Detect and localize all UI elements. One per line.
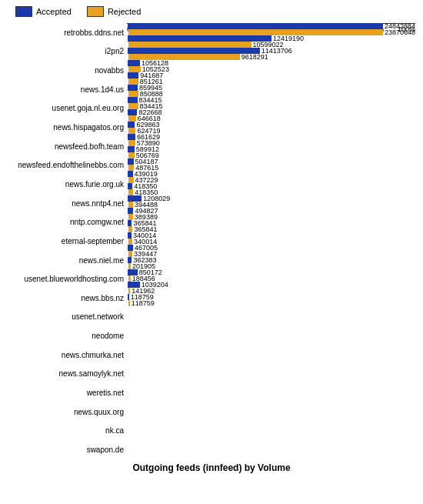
bar-pair-retrobbs.ddns.net: 2484288423870648: [128, 23, 415, 35]
bar-accepted: [128, 220, 132, 226]
bar-rejected: [128, 214, 133, 220]
bar-accepted-row: 589912: [128, 146, 415, 152]
bar-accepted-row: 11413706: [128, 48, 415, 54]
y-label-news.chmurka.net: news.chmurka.net: [8, 348, 124, 362]
bar-accepted-row: 340014: [128, 232, 415, 239]
bar-accepted: [128, 294, 129, 300]
bar-accepted-row: 418350: [128, 183, 415, 189]
bar-rejected: [128, 115, 136, 122]
legend-rejected: Rejected: [87, 6, 141, 17]
bar-pair-news.furie.org.uk: 629863624719: [128, 122, 415, 134]
legend-rejected-label: Rejected: [108, 7, 141, 16]
bar-rejected-row: 646618: [128, 115, 415, 122]
bar-rejected-row: 624719: [128, 128, 415, 134]
bar-accepted: [128, 35, 271, 42]
bar-rejected-label: 118759: [132, 299, 155, 307]
chart-area: retrobbs.ddns.neti2pn2novabbsnews.1d4.us…: [8, 23, 415, 459]
y-label-i2pn2: i2pn2: [8, 45, 124, 58]
bar-accepted: [128, 183, 132, 189]
bar-accepted: [128, 109, 137, 115]
bar-pair-news.niel.me: 439019437229: [128, 171, 415, 183]
legend: Accepted Rejected: [8, 6, 415, 17]
bar-rejected: [128, 29, 383, 35]
y-label-news.samoylyk.net: news.samoylyk.net: [8, 367, 124, 381]
legend-rejected-box: [87, 6, 104, 17]
bar-pair-news.chmurka.net: 340014340014: [128, 232, 415, 245]
y-label-news.furie.org.uk: news.furie.org.uk: [8, 177, 124, 191]
y-label-swapon.de: swapon.de: [8, 442, 124, 456]
chart-title: Outgoing feeds (innfeed) by Volume: [8, 462, 415, 473]
bar-accepted-row: 494827: [128, 208, 415, 214]
y-label-news.quux.org: news.quux.org: [8, 405, 124, 419]
y-label-retrobbs.ddns.net: retrobbs.ddns.net: [8, 25, 124, 39]
bar-accepted-row: 822668: [128, 109, 415, 115]
bar-pair-neodome: 365841365841: [128, 220, 415, 232]
y-label-news.niel.me: news.niel.me: [8, 253, 124, 267]
y-label-usenet.blueworldhosting.com: usenet.blueworldhosting.com: [8, 272, 124, 286]
bar-rejected-row: 834415: [128, 103, 415, 109]
bar-accepted: [128, 48, 260, 54]
bar-accepted-row: 661629: [128, 134, 415, 140]
bar-accepted-row: 859945: [128, 85, 415, 91]
bar-accepted-row: 362383: [128, 257, 415, 263]
bar-rejected-row: 506769: [128, 152, 415, 159]
y-label-usenet.network: usenet.network: [8, 310, 124, 324]
bar-accepted-row: 439019: [128, 171, 415, 177]
y-label-nntp.comgw.net: nntp.comgw.net: [8, 215, 124, 229]
bar-pair-newsfeed.endofthelinebbs.com: 822668646618: [128, 109, 415, 122]
bar-accepted-row: 850172: [128, 269, 415, 275]
bar-accepted-row: 118759: [128, 294, 415, 300]
bar-accepted: [128, 85, 138, 91]
bar-accepted: [128, 23, 383, 29]
bar-pair-news.1d4.us: 10561281052523: [128, 60, 415, 72]
bar-rejected-row: 487615: [128, 165, 415, 171]
bar-accepted-row: 365841: [128, 220, 415, 226]
bar-rejected-row: 188456: [128, 275, 415, 282]
y-label-nk.ca: nk.ca: [8, 424, 124, 438]
y-label-novabbs: novabbs: [8, 64, 124, 78]
bar-accepted: [128, 134, 135, 140]
y-label-usenet.goja.nl.eu.org: usenet.goja.nl.eu.org: [8, 102, 124, 115]
legend-accepted-label: Accepted: [36, 7, 72, 16]
y-label-news.1d4.us: news.1d4.us: [8, 82, 124, 96]
bar-pair-news.nntp4.net: 661629573890: [128, 134, 415, 146]
bar-rejected-row: 9618291: [128, 54, 415, 60]
bar-rejected: [128, 275, 131, 282]
bars-section: 2484288423870648124191901059902211413706…: [127, 23, 415, 459]
bar-rejected: [128, 152, 135, 159]
bar-pair-usenet.network: 494827389389: [128, 208, 415, 220]
bar-rejected: [128, 140, 135, 146]
bar-rejected: [128, 165, 134, 171]
y-label-eternal-september: eternal-september: [8, 234, 124, 248]
bar-pair-swapon.de: 118759118759: [128, 294, 415, 306]
bar-rejected: [128, 202, 133, 208]
bar-pair-nk.ca: 1039204141962: [128, 282, 415, 294]
y-label-news.bbs.nz: news.bbs.nz: [8, 291, 124, 305]
bar-accepted: [128, 97, 138, 103]
y-label-newsfeed.bofh.team: newsfeed.bofh.team: [8, 139, 124, 153]
bar-accepted-row: 467005: [128, 245, 415, 251]
bar-accepted: [128, 122, 135, 128]
bar-rejected-row: 1052523: [128, 66, 415, 72]
y-axis-labels: retrobbs.ddns.neti2pn2novabbsnews.1d4.us…: [8, 23, 127, 459]
bar-rejected: [128, 226, 132, 232]
y-label-newsfeed.endofthelinebbs.com: newsfeed.endofthelinebbs.com: [8, 159, 124, 172]
bar-rejected-row: 437229: [128, 177, 415, 183]
bar-accepted-row: 834415: [128, 97, 415, 103]
bar-rejected-row: 389389: [128, 214, 415, 220]
legend-accepted-box: [15, 6, 32, 17]
y-label-news.nntp4.net: news.nntp4.net: [8, 196, 124, 210]
bar-rejected-row: 365841: [128, 226, 415, 232]
bar-rejected-row: 23870648: [128, 29, 415, 35]
bar-accepted-row: 629863: [128, 122, 415, 128]
bar-rejected-row: 573890: [128, 140, 415, 146]
bar-pair-novabbs: 114137069618291: [128, 48, 415, 60]
y-label-news.hispagatos.org: news.hispagatos.org: [8, 121, 124, 135]
bar-rejected-row: 339447: [128, 251, 415, 257]
bar-pair-news.samoylyk.net: 467005339447: [128, 245, 415, 257]
bar-pair-usenet.blueworldhosting.com: 418350418350: [128, 183, 415, 195]
bar-rejected: [128, 78, 138, 85]
y-label-neodome: neodome: [8, 329, 124, 343]
bar-rejected: [128, 177, 134, 183]
bar-accepted: [128, 232, 132, 239]
